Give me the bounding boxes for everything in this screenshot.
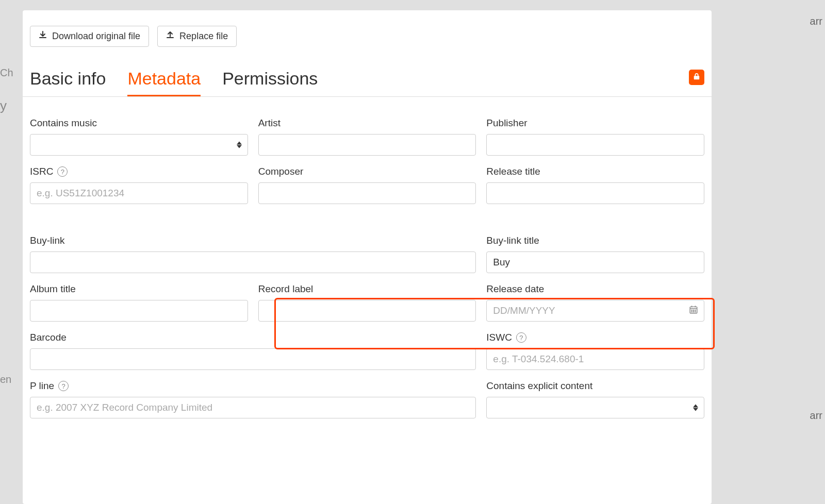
field-explicit: Contains explicit content bbox=[486, 380, 704, 418]
explicit-select[interactable] bbox=[486, 397, 704, 418]
metadata-form: Contains music Artist Publisher ISRC bbox=[23, 97, 712, 418]
release-date-input[interactable] bbox=[486, 300, 704, 322]
field-album-title: Album title bbox=[30, 283, 248, 322]
field-artist: Artist bbox=[258, 117, 476, 156]
tab-permissions[interactable]: Permissions bbox=[222, 62, 318, 96]
tab-metadata[interactable]: Metadata bbox=[127, 62, 201, 96]
upload-icon bbox=[166, 31, 174, 42]
album-title-label: Album title bbox=[30, 283, 248, 295]
background-text: arr bbox=[810, 410, 822, 422]
publisher-input[interactable] bbox=[486, 134, 704, 156]
explicit-label: Contains explicit content bbox=[486, 380, 704, 392]
p-line-input[interactable] bbox=[30, 397, 476, 418]
field-publisher: Publisher bbox=[486, 117, 704, 156]
artist-input[interactable] bbox=[258, 134, 476, 156]
buy-link-title-input[interactable] bbox=[486, 251, 704, 273]
background-text: en bbox=[0, 374, 11, 385]
album-title-input[interactable] bbox=[30, 300, 248, 322]
barcode-label: Barcode bbox=[30, 332, 476, 343]
contains-music-label: Contains music bbox=[30, 117, 248, 129]
field-contains-music: Contains music bbox=[30, 117, 248, 156]
edit-modal: Download original file Replace file Basi… bbox=[23, 10, 712, 504]
background-text: Ch bbox=[0, 67, 13, 79]
download-icon bbox=[39, 31, 47, 42]
help-icon[interactable]: ? bbox=[57, 166, 68, 177]
download-original-button[interactable]: Download original file bbox=[30, 26, 149, 47]
field-buy-link-title: Buy-link title bbox=[486, 235, 704, 273]
iswc-input[interactable] bbox=[486, 348, 704, 370]
field-record-label: Record label bbox=[258, 283, 476, 322]
record-label-label: Record label bbox=[258, 283, 476, 295]
field-p-line: P line ? bbox=[30, 380, 476, 418]
isrc-label: ISRC ? bbox=[30, 166, 248, 177]
composer-input[interactable] bbox=[258, 182, 476, 204]
field-release-title: Release title bbox=[486, 166, 704, 204]
release-title-input[interactable] bbox=[486, 182, 704, 204]
field-composer: Composer bbox=[258, 166, 476, 204]
release-date-label: Release date bbox=[486, 283, 704, 295]
contains-music-select[interactable] bbox=[30, 134, 248, 156]
tab-basic-info[interactable]: Basic info bbox=[30, 62, 106, 96]
lock-icon bbox=[693, 73, 700, 82]
replace-file-button[interactable]: Replace file bbox=[157, 26, 237, 47]
release-title-label: Release title bbox=[486, 166, 704, 177]
publisher-label: Publisher bbox=[486, 117, 704, 129]
record-label-input[interactable] bbox=[258, 300, 476, 322]
top-button-row: Download original file Replace file bbox=[23, 26, 712, 62]
background-text: arr bbox=[810, 15, 822, 27]
buy-link-input[interactable] bbox=[30, 251, 476, 273]
background-text: y bbox=[0, 98, 7, 114]
help-icon[interactable]: ? bbox=[516, 332, 526, 343]
isrc-input[interactable] bbox=[30, 182, 248, 204]
artist-label: Artist bbox=[258, 117, 476, 129]
buy-link-label: Buy-link bbox=[30, 235, 476, 246]
iswc-label: ISWC ? bbox=[486, 332, 704, 343]
field-barcode: Barcode bbox=[30, 332, 476, 370]
tabs: Basic info Metadata Permissions bbox=[23, 62, 712, 97]
p-line-label: P line ? bbox=[30, 380, 476, 392]
field-isrc: ISRC ? bbox=[30, 166, 248, 204]
field-buy-link: Buy-link bbox=[30, 235, 476, 273]
lock-badge[interactable] bbox=[689, 70, 704, 85]
download-label: Download original file bbox=[52, 31, 140, 42]
help-icon[interactable]: ? bbox=[58, 381, 69, 391]
replace-label: Replace file bbox=[179, 31, 228, 42]
field-iswc: ISWC ? bbox=[486, 332, 704, 370]
composer-label: Composer bbox=[258, 166, 476, 177]
field-release-date: Release date bbox=[486, 283, 704, 322]
barcode-input[interactable] bbox=[30, 348, 476, 370]
buy-link-title-label: Buy-link title bbox=[486, 235, 704, 246]
